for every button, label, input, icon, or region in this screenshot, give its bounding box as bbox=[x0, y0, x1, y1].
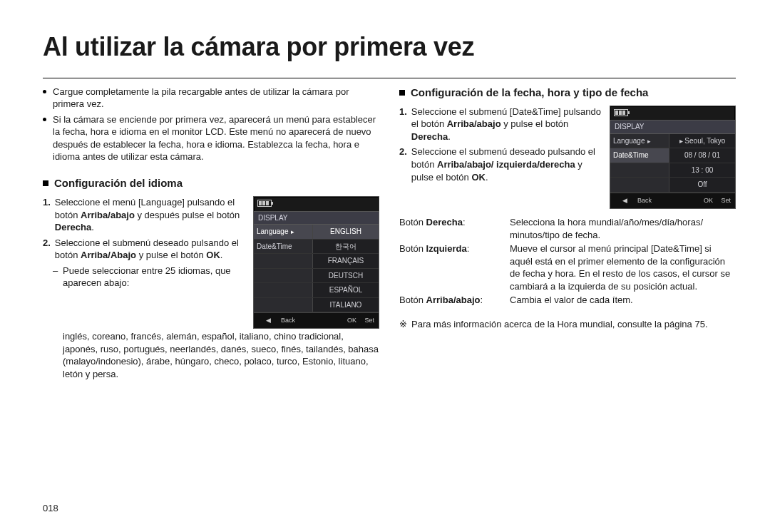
lcd-cell-value: 08 / 08 / 01 bbox=[669, 148, 735, 163]
language-list: inglés, coreano, francés, alemán, españo… bbox=[43, 330, 379, 380]
lcd-cell-value: ▸ Seoul, Tokyo bbox=[669, 134, 735, 148]
dash-icon: – bbox=[53, 265, 63, 277]
lcd-cell-value: 한국어 bbox=[313, 240, 379, 254]
lcd-row: Off bbox=[610, 178, 735, 193]
lcd-row: Date&Time 한국어 bbox=[254, 240, 379, 255]
subheading-datetime: Configuración de la fecha, hora y tipo d… bbox=[399, 86, 736, 100]
subheading-text: Configuración del idioma bbox=[54, 176, 183, 190]
left-column: Cargue completamente la pila recargable … bbox=[43, 86, 379, 381]
lcd-cell-label: Date&Time bbox=[610, 148, 669, 163]
lcd-topbar bbox=[254, 197, 379, 211]
lcd-row: 13 : 00 bbox=[610, 163, 735, 178]
lcd-section-label: DISPLAY bbox=[610, 120, 735, 134]
lcd-back: ◀ Back bbox=[615, 195, 652, 205]
lcd-row: Date&Time 08 / 08 / 01 bbox=[610, 148, 735, 163]
right-column: Configuración de la fecha, hora y tipo d… bbox=[399, 86, 736, 381]
language-steps: 1. Seleccione el menú [Language] pulsand… bbox=[43, 196, 246, 290]
lcd-cell-label bbox=[254, 269, 313, 283]
footnote-text: Para más información acerca de la Hora m… bbox=[411, 318, 708, 331]
lcd-footer: ◀ Back OK Set bbox=[254, 312, 379, 328]
table-row: Botón Derecha: Selecciona la hora mundia… bbox=[399, 216, 736, 241]
step-text: Seleccione el menú [Language] pulsando e… bbox=[55, 196, 246, 234]
lcd-ok: OK Set bbox=[698, 195, 731, 205]
lcd-cell-label bbox=[254, 283, 313, 297]
step-1: 1. Seleccione el menú [Language] pulsand… bbox=[43, 196, 246, 234]
lcd-row: FRANÇAIS bbox=[254, 254, 379, 269]
lcd-cell-label: Language▸ bbox=[610, 134, 669, 148]
button-description-table: Botón Derecha: Selecciona la hora mundia… bbox=[399, 216, 736, 307]
lcd-cell-label bbox=[254, 298, 313, 312]
lcd-ok: OK Set bbox=[342, 315, 374, 325]
lcd-row: ESPAÑOL bbox=[254, 283, 379, 298]
step-1: 1. Seleccione el submenú [Date&Time] pul… bbox=[399, 106, 602, 143]
lcd-menu-rows: Language▸ ▸ Seoul, Tokyo Date&Time 08 / … bbox=[610, 134, 735, 193]
reference-mark-icon: ※ bbox=[399, 318, 407, 331]
battery-icon bbox=[257, 200, 272, 207]
step-number: 2. bbox=[399, 145, 407, 183]
intro-bullet: Cargue completamente la pila recargable … bbox=[43, 86, 379, 111]
chevron-left-icon: ◀ bbox=[258, 315, 278, 325]
lcd-cell-label: Date&Time bbox=[254, 240, 313, 254]
lcd-cell-value: FRANÇAIS bbox=[313, 254, 379, 268]
button-label: Botón Arriba/abajo: bbox=[399, 294, 503, 307]
manual-page: Al utilizar la cámara por primera vez Ca… bbox=[0, 0, 770, 532]
lcd-footer: ◀ Back OK Set bbox=[610, 193, 735, 208]
step-2: 2. Seleccione el submenú deseado pulsand… bbox=[43, 237, 246, 262]
title-rule bbox=[43, 78, 736, 78]
intro-bullet: Si la cámara se enciende por primera vez… bbox=[43, 113, 379, 163]
lcd-cell-value: Off bbox=[669, 178, 735, 192]
lcd-cell-value: ENGLISH bbox=[313, 225, 379, 239]
subheading-language: Configuración del idioma bbox=[43, 176, 379, 190]
datetime-steps: 1. Seleccione el submenú [Date&Time] pul… bbox=[399, 106, 602, 186]
step-number: 1. bbox=[43, 196, 51, 234]
lcd-cell-label: Language▸ bbox=[254, 225, 313, 239]
step-number: 1. bbox=[399, 106, 407, 143]
lcd-section-label: DISPLAY bbox=[254, 211, 379, 225]
lcd-cell-value: ITALIANO bbox=[313, 298, 379, 312]
page-number: 018 bbox=[43, 502, 58, 515]
lcd-row: DEUTSCH bbox=[254, 269, 379, 284]
battery-icon bbox=[614, 109, 628, 116]
lcd-cell-value: ESPAÑOL bbox=[313, 283, 379, 297]
table-row: Botón Izquierda: Mueve el cursor al menú… bbox=[399, 242, 736, 292]
table-row: Botón Arriba/abajo: Cambia el valor de c… bbox=[399, 294, 736, 307]
lcd-cell-label bbox=[610, 178, 669, 192]
step-text: Seleccione el submenú deseado pulsando e… bbox=[55, 237, 246, 262]
lcd-row: Language▸ ▸ Seoul, Tokyo bbox=[610, 134, 735, 149]
step-number: 2. bbox=[43, 237, 51, 262]
lcd-row: ITALIANO bbox=[254, 298, 379, 313]
lcd-cell-label bbox=[610, 163, 669, 178]
page-title: Al utilizar la cámara por primera vez bbox=[43, 30, 736, 65]
square-bullet-icon bbox=[399, 90, 405, 96]
step-text: Seleccione el submenú [Date&Time] pulsan… bbox=[411, 106, 602, 143]
lcd-row: Language▸ ENGLISH bbox=[254, 225, 379, 240]
lcd-datetime-screenshot: DISPLAY Language▸ ▸ Seoul, Tokyo Date&Ti… bbox=[610, 106, 736, 209]
chevron-left-icon: ◀ bbox=[615, 195, 635, 205]
button-label: Botón Izquierda: bbox=[399, 242, 503, 292]
datetime-instruction-row: 1. Seleccione el submenú [Date&Time] pul… bbox=[399, 106, 736, 209]
chevron-right-icon: ▸ bbox=[647, 137, 651, 145]
square-bullet-icon bbox=[43, 180, 48, 186]
lcd-back: ◀ Back bbox=[258, 315, 295, 325]
button-desc: Selecciona la hora mundial/año/mes/día/h… bbox=[510, 216, 736, 241]
footnote: ※ Para más información acerca de la Hora… bbox=[399, 318, 736, 331]
intro-bullets: Cargue completamente la pila recargable … bbox=[43, 86, 379, 163]
step-2: 2. Seleccione el submenú deseado pulsand… bbox=[399, 145, 602, 183]
language-instruction-row: 1. Seleccione el menú [Language] pulsand… bbox=[43, 196, 379, 329]
step-text: Seleccione el submenú deseado pulsando e… bbox=[411, 145, 602, 183]
lcd-cell-label bbox=[254, 254, 313, 268]
button-desc: Cambia el valor de cada ítem. bbox=[510, 294, 736, 307]
content-columns: Cargue completamente la pila recargable … bbox=[43, 86, 736, 381]
lcd-menu-rows: Language▸ ENGLISH Date&Time 한국어 FRANÇAIS bbox=[254, 225, 379, 312]
lcd-topbar bbox=[610, 106, 735, 121]
chevron-right-icon: ▸ bbox=[291, 227, 294, 236]
lcd-cell-value: DEUTSCH bbox=[313, 269, 379, 283]
button-label: Botón Derecha: bbox=[399, 216, 503, 241]
lcd-language-screenshot: DISPLAY Language▸ ENGLISH Date&Time 한국어 bbox=[253, 196, 379, 329]
language-note: –Puede seleccionar entre 25 idiomas, que… bbox=[43, 265, 246, 290]
lcd-cell-value: 13 : 00 bbox=[669, 163, 735, 178]
button-desc: Mueve el cursor al menú principal [Date&… bbox=[510, 242, 736, 292]
subheading-text: Configuración de la fecha, hora y tipo d… bbox=[411, 86, 648, 100]
